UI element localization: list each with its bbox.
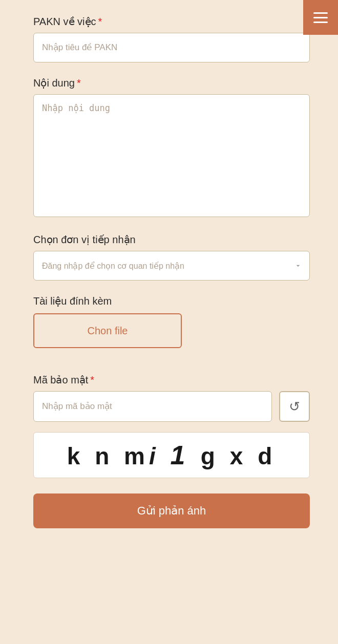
chon-don-vi-label: Chọn đơn vị tiếp nhận (33, 233, 318, 246)
ma-bao-mat-label: Mã bảo mật* (33, 374, 318, 386)
noi-dung-section: Nội dung* (33, 77, 318, 219)
refresh-captcha-button[interactable]: ↻ (279, 391, 310, 422)
submit-button[interactable]: Gửi phản ánh (33, 493, 310, 528)
captcha-text: k n mi 1 g x d (67, 440, 276, 470)
menu-button[interactable] (303, 0, 338, 35)
captcha-display: k n mi 1 g x d (33, 432, 310, 478)
chon-don-vi-section: Chọn đơn vị tiếp nhận Đăng nhập để chọn … (33, 233, 318, 281)
ma-bao-mat-input[interactable] (33, 391, 272, 422)
choose-file-button[interactable]: Chon file (33, 313, 182, 348)
tai-lieu-label: Tài liệu đính kèm (33, 295, 318, 307)
security-input-row: ↻ (33, 391, 310, 422)
noi-dung-textarea[interactable] (33, 94, 310, 217)
pakn-label: PAKN về việc* (33, 15, 318, 28)
chon-don-vi-select[interactable]: Đăng nhập để chọn cơ quan tiếp nhận (33, 251, 310, 281)
page-container: PAKN về việc* Nội dung* Chọn đơn vị tiếp… (0, 0, 338, 644)
pakn-section: PAKN về việc* (33, 15, 318, 62)
pakn-required: * (98, 16, 102, 27)
ma-bao-mat-required: * (90, 374, 94, 385)
tai-lieu-section: Tài liệu đính kèm Chon file (33, 295, 318, 348)
noi-dung-required: * (77, 77, 81, 89)
pakn-input[interactable] (33, 33, 310, 62)
hamburger-icon (313, 12, 328, 23)
noi-dung-label: Nội dung* (33, 77, 318, 89)
refresh-icon: ↻ (289, 399, 300, 415)
ma-bao-mat-section: Mã bảo mật* ↻ k n mi 1 g x d Gửi phản án… (33, 374, 318, 528)
